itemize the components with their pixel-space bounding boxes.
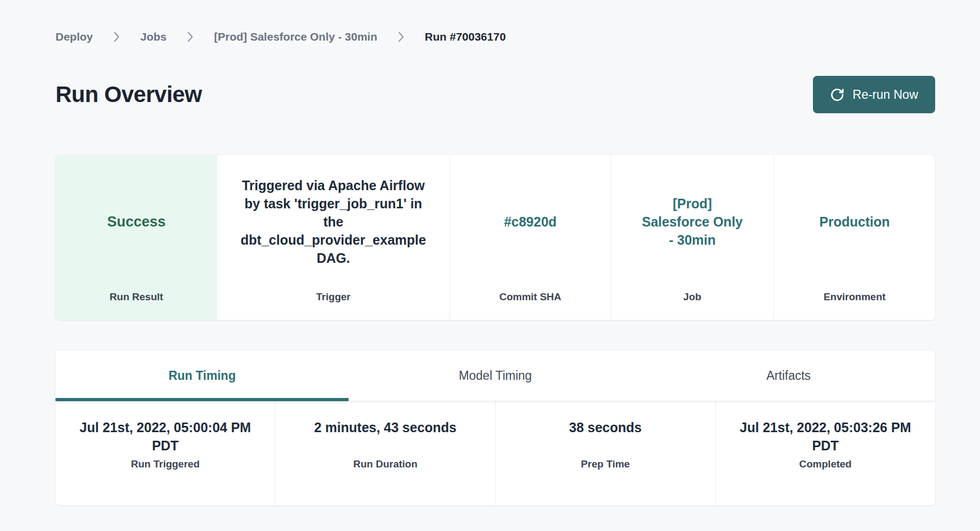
run-details-panel: Run Timing Model Timing Artifacts Jul 21…: [56, 350, 935, 505]
tab-model-timing[interactable]: Model Timing: [349, 350, 642, 401]
run-triggered-label: Run Triggered: [131, 458, 200, 470]
commit-sha-card: #c8920d Commit SHA: [449, 155, 611, 320]
run-duration-label: Run Duration: [353, 458, 417, 470]
tab-run-timing[interactable]: Run Timing: [56, 350, 349, 401]
commit-sha-link[interactable]: #c8920d: [504, 213, 557, 231]
breadcrumb-item-deploy[interactable]: Deploy: [56, 30, 93, 43]
run-triggered-card: Jul 21st, 2022, 05:00:04 PM PDT Run Trig…: [56, 401, 275, 505]
breadcrumb-item-job-name[interactable]: [Prod] Salesforce Only - 30min: [214, 30, 377, 43]
tab-model-timing-label: Model Timing: [459, 369, 532, 383]
breadcrumb-item-jobs[interactable]: Jobs: [140, 30, 167, 43]
breadcrumb: Deploy Jobs [Prod] Salesforce Only - 30m…: [56, 29, 935, 45]
page-content: Deploy Jobs [Prod] Salesforce Only - 30m…: [0, 0, 980, 505]
tab-artifacts[interactable]: Artifacts: [642, 350, 935, 401]
trigger-value: Triggered via Apache Airflow by task 'tr…: [241, 176, 426, 267]
chevron-right-icon: [113, 31, 120, 43]
active-tab-indicator: [56, 398, 349, 401]
chevron-right-icon: [398, 31, 405, 43]
page-title: Run Overview: [56, 82, 202, 107]
page-header: Run Overview Re-run Now: [56, 76, 935, 113]
tab-artifacts-label: Artifacts: [766, 369, 811, 383]
run-result-label: Run Result: [56, 291, 217, 303]
job-label: Job: [611, 291, 773, 303]
trigger-card: Triggered via Apache Airflow by task 'tr…: [217, 155, 449, 320]
run-triggered-value: Jul 21st, 2022, 05:00:04 PM PDT: [80, 418, 251, 455]
completed-card: Jul 21st, 2022, 05:03:26 PM PDT Complete…: [715, 401, 935, 505]
environment-link[interactable]: Production: [819, 213, 890, 231]
tab-run-timing-label: Run Timing: [169, 369, 236, 383]
chevron-right-icon: [187, 31, 194, 43]
tabs-header: Run Timing Model Timing Artifacts: [56, 350, 935, 401]
run-summary-card-row: Success Run Result Triggered via Apache …: [56, 155, 935, 320]
run-duration-value: 2 minutes, 43 seconds: [314, 418, 456, 455]
job-link[interactable]: [Prod] Salesforce Only - 30min: [642, 194, 743, 249]
environment-card: Production Environment: [773, 155, 935, 320]
trigger-label: Trigger: [217, 291, 449, 303]
breadcrumb-item-run-number: Run #70036170: [425, 30, 506, 43]
run-timing-row: Jul 21st, 2022, 05:00:04 PM PDT Run Trig…: [56, 401, 935, 505]
rerun-now-button-label: Re-run Now: [852, 88, 918, 102]
run-result-card: Success Run Result: [56, 155, 217, 320]
run-duration-card: 2 minutes, 43 seconds Run Duration: [275, 401, 495, 505]
job-card: [Prod] Salesforce Only - 30min Job: [611, 155, 773, 320]
refresh-icon: [830, 88, 844, 102]
completed-label: Completed: [799, 458, 851, 470]
environment-label: Environment: [774, 291, 935, 303]
rerun-now-button[interactable]: Re-run Now: [813, 76, 935, 113]
prep-time-card: 38 seconds Prep Time: [495, 401, 715, 505]
commit-sha-label: Commit SHA: [450, 291, 611, 303]
prep-time-value: 38 seconds: [569, 418, 642, 455]
run-result-value: Success: [107, 213, 166, 231]
completed-value: Jul 21st, 2022, 05:03:26 PM PDT: [740, 418, 911, 455]
prep-time-label: Prep Time: [581, 458, 630, 470]
